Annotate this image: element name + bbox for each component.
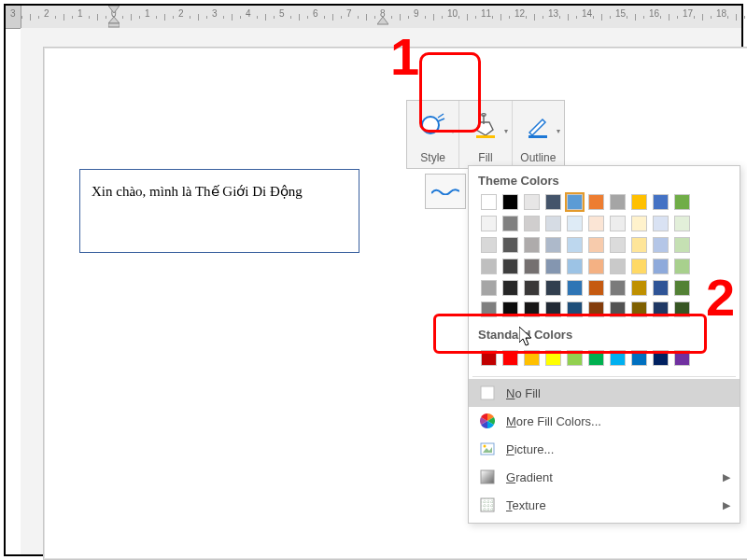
color-swatch[interactable] bbox=[502, 237, 518, 253]
color-swatch[interactable] bbox=[545, 237, 561, 253]
color-swatch[interactable] bbox=[674, 280, 690, 296]
color-swatch[interactable] bbox=[610, 259, 626, 274]
color-swatch[interactable] bbox=[610, 301, 626, 317]
color-swatch[interactable] bbox=[481, 194, 497, 210]
color-swatch[interactable] bbox=[588, 350, 604, 366]
color-swatch[interactable] bbox=[567, 259, 583, 274]
color-swatch[interactable] bbox=[653, 194, 669, 210]
color-swatch[interactable] bbox=[653, 301, 669, 317]
no-fill-label: No Fill bbox=[506, 386, 541, 400]
svg-marker-0 bbox=[108, 6, 120, 13]
color-swatch[interactable] bbox=[524, 194, 540, 210]
color-swatch[interactable] bbox=[524, 237, 540, 253]
color-swatch[interactable] bbox=[502, 259, 518, 274]
color-swatch[interactable] bbox=[545, 216, 561, 231]
color-swatch[interactable] bbox=[502, 350, 518, 366]
color-swatch[interactable] bbox=[588, 237, 604, 253]
color-swatch[interactable] bbox=[674, 194, 690, 210]
theme-colors-label: Theme Colors bbox=[469, 172, 740, 191]
color-swatch[interactable] bbox=[610, 237, 626, 253]
color-swatch[interactable] bbox=[545, 259, 561, 274]
color-swatch[interactable] bbox=[653, 280, 669, 296]
color-swatch[interactable] bbox=[631, 350, 647, 366]
color-swatch[interactable] bbox=[502, 280, 518, 296]
color-swatch[interactable] bbox=[588, 216, 604, 231]
fill-button[interactable]: ▾ Fill bbox=[458, 101, 512, 168]
color-swatch[interactable] bbox=[653, 237, 669, 253]
color-swatch[interactable] bbox=[674, 301, 690, 317]
color-swatch[interactable] bbox=[674, 350, 690, 366]
color-swatch[interactable] bbox=[610, 280, 626, 296]
color-swatch[interactable] bbox=[588, 280, 604, 296]
svg-rect-7 bbox=[529, 135, 547, 138]
color-swatch[interactable] bbox=[674, 216, 690, 231]
quick-style-preview[interactable] bbox=[425, 174, 466, 209]
color-swatch[interactable] bbox=[545, 194, 561, 210]
screenshot-frame: 3210123456789101112131415161718 Xin chào… bbox=[4, 4, 743, 556]
color-swatch[interactable] bbox=[653, 350, 669, 366]
color-swatch[interactable] bbox=[524, 350, 540, 366]
color-swatch[interactable] bbox=[524, 280, 540, 296]
style-label: Style bbox=[420, 151, 445, 164]
color-swatch[interactable] bbox=[524, 216, 540, 231]
color-swatch[interactable] bbox=[567, 194, 583, 210]
color-swatch[interactable] bbox=[481, 280, 497, 296]
style-icon bbox=[419, 112, 447, 140]
color-swatch[interactable] bbox=[567, 216, 583, 231]
color-swatch[interactable] bbox=[502, 194, 518, 210]
shape-text: Xin chào, mình là Thế Giới Di Động bbox=[92, 184, 303, 199]
theme-color-row bbox=[469, 191, 740, 213]
outline-label: Outline bbox=[520, 151, 556, 164]
svg-point-11 bbox=[484, 445, 486, 448]
gradient-fill-item[interactable]: Gradient ▶ bbox=[469, 463, 740, 491]
no-fill-item[interactable]: No Fill bbox=[469, 379, 740, 407]
color-swatch[interactable] bbox=[567, 350, 583, 366]
color-swatch[interactable] bbox=[588, 259, 604, 274]
color-swatch[interactable] bbox=[653, 216, 669, 231]
color-swatch[interactable] bbox=[481, 350, 497, 366]
color-swatch[interactable] bbox=[610, 194, 626, 210]
fill-label: Fill bbox=[478, 151, 492, 164]
color-swatch[interactable] bbox=[481, 301, 497, 317]
color-swatch[interactable] bbox=[545, 280, 561, 296]
style-button[interactable]: ▾ Style bbox=[407, 101, 458, 168]
color-swatch[interactable] bbox=[545, 301, 561, 317]
color-swatch[interactable] bbox=[653, 259, 669, 274]
picture-label: Picture... bbox=[506, 442, 554, 456]
color-swatch[interactable] bbox=[631, 259, 647, 274]
standard-color-row bbox=[469, 345, 740, 374]
color-swatch[interactable] bbox=[524, 301, 540, 317]
color-swatch[interactable] bbox=[631, 301, 647, 317]
color-swatch[interactable] bbox=[502, 216, 518, 231]
svg-rect-12 bbox=[481, 470, 494, 483]
color-swatch[interactable] bbox=[567, 280, 583, 296]
color-swatch[interactable] bbox=[481, 216, 497, 231]
color-swatch[interactable] bbox=[631, 237, 647, 253]
color-swatch[interactable] bbox=[631, 216, 647, 231]
color-swatch[interactable] bbox=[631, 194, 647, 210]
color-swatch[interactable] bbox=[524, 259, 540, 274]
shape-mini-toolbar: ▾ Style ▾ Fill bbox=[406, 100, 565, 169]
color-swatch[interactable] bbox=[588, 301, 604, 317]
color-swatch[interactable] bbox=[567, 237, 583, 253]
color-swatch[interactable] bbox=[631, 280, 647, 296]
color-swatch[interactable] bbox=[481, 259, 497, 274]
color-swatch[interactable] bbox=[588, 194, 604, 210]
color-swatch[interactable] bbox=[481, 237, 497, 253]
more-fill-colors-item[interactable]: More Fill Colors... bbox=[469, 407, 740, 435]
color-swatch[interactable] bbox=[610, 350, 626, 366]
outline-button[interactable]: ▾ Outline bbox=[513, 101, 564, 168]
texture-fill-item[interactable]: Texture ▶ bbox=[469, 491, 740, 519]
submenu-arrow-icon: ▶ bbox=[723, 499, 730, 511]
color-swatch[interactable] bbox=[545, 350, 561, 366]
color-swatch[interactable] bbox=[610, 216, 626, 231]
gradient-icon bbox=[478, 468, 497, 486]
color-swatch[interactable] bbox=[502, 301, 518, 317]
color-swatch[interactable] bbox=[674, 259, 690, 274]
picture-fill-item[interactable]: Picture... bbox=[469, 435, 740, 463]
text-box-shape[interactable]: Xin chào, mình là Thế Giới Di Động bbox=[79, 169, 359, 253]
color-wheel-icon bbox=[478, 412, 497, 430]
color-swatch[interactable] bbox=[674, 237, 690, 253]
color-swatch[interactable] bbox=[567, 301, 583, 317]
standard-colors-label: Standard Colors bbox=[469, 326, 740, 345]
